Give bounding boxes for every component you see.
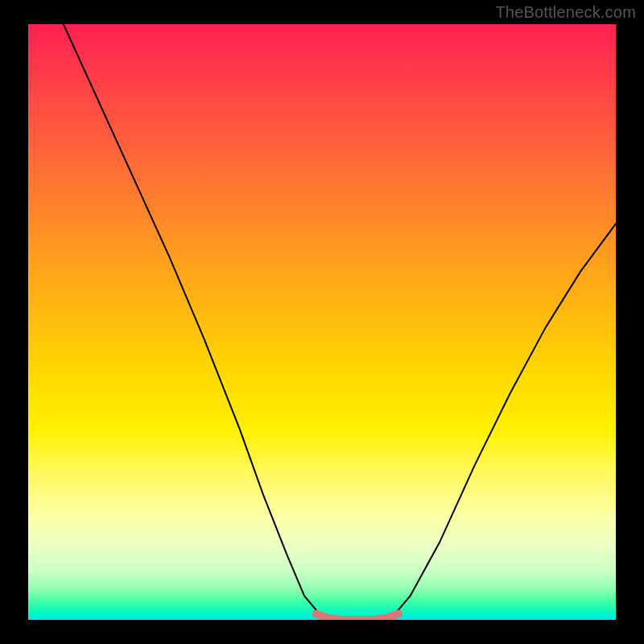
bottleneck-flat-highlight bbox=[316, 614, 398, 620]
chart-frame: TheBottleneck.com bbox=[0, 0, 644, 644]
watermark-text: TheBottleneck.com bbox=[495, 3, 636, 22]
chart-svg bbox=[28, 24, 616, 620]
bottleneck-curve bbox=[64, 24, 616, 620]
plot-area bbox=[28, 24, 616, 620]
